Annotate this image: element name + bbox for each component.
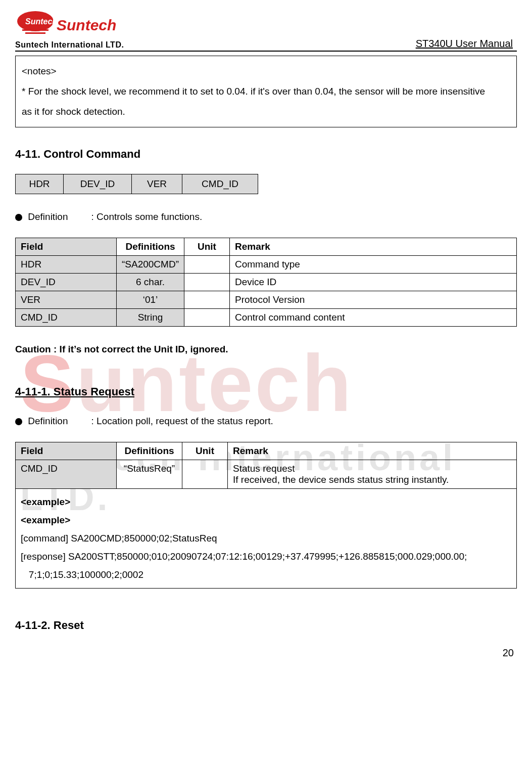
cmd-row-cell: CMD_ID	[182, 174, 258, 194]
th-remark: Remark	[229, 238, 516, 255]
th-field: Field	[16, 238, 117, 255]
fields-table-4111: Field Definitions Unit Remark CMD_ID “St…	[15, 442, 517, 589]
notes-title: <notes>	[22, 61, 510, 81]
table-row: HDR “SA200CMD” Command type	[16, 255, 517, 273]
definition-line: Definition : Location poll, request of t…	[15, 416, 517, 427]
example-command: [command] SA200CMD;850000;02;StatusReq	[21, 529, 511, 548]
remark-line1: Status request	[233, 463, 511, 474]
cmd-row-cell: DEV_ID	[64, 174, 132, 194]
example-tag: <example>	[21, 511, 511, 529]
th-definitions: Definitions	[117, 238, 184, 255]
svg-text:Suntech: Suntech	[57, 17, 116, 33]
th-remark: Remark	[228, 442, 517, 460]
page-number: 20	[15, 647, 517, 659]
definition-text: : Location poll, request of the status r…	[91, 416, 273, 426]
bullet-icon	[15, 418, 22, 425]
section-4-11-1-title: 4-11-1. Status Request	[15, 385, 517, 398]
logo: Suntech Suntech Suntech International LT…	[15, 10, 124, 50]
table-example-row: <example> <example> [command] SA200CMD;8…	[16, 488, 517, 588]
page-header: Suntech Suntech Suntech International LT…	[15, 10, 517, 52]
definition-label: Definition	[28, 211, 88, 222]
remark-line2: If received, the device sends status str…	[233, 474, 511, 485]
table-row: DEV_ID 6 char. Device ID	[16, 273, 517, 291]
notes-line2: as it for shock detection.	[22, 102, 510, 122]
example-tag: <example>	[21, 493, 511, 511]
definition-line: Definition : Controls some functions.	[15, 211, 517, 222]
document-title: ST340U User Manual	[416, 38, 517, 50]
cmd-row-table: HDR DEV_ID VER CMD_ID	[15, 174, 258, 194]
th-field: Field	[16, 442, 117, 460]
caution-text: Caution : If it’s not correct the Unit I…	[15, 344, 517, 355]
definition-text: : Controls some functions.	[91, 211, 203, 222]
table-row: CMD_ID String Control command content	[16, 308, 517, 326]
fields-table-411: Field Definitions Unit Remark HDR “SA200…	[15, 238, 517, 327]
section-4-11-2-title: 4-11-2. Reset	[15, 619, 517, 632]
svg-rect-1	[22, 29, 49, 31]
example-response-line1: [response] SA200STT;850000;010;20090724;…	[21, 548, 511, 566]
notes-box: <notes> * For the shock level, we recomm…	[15, 56, 517, 127]
table-row: VER ‘01’ Protocol Version	[16, 291, 517, 308]
definition-label: Definition	[28, 416, 88, 427]
table-row: CMD_ID “StatusReq” Status request If rec…	[16, 460, 517, 488]
cmd-row-cell: VER	[132, 174, 182, 194]
cmd-row-cell: HDR	[16, 174, 64, 194]
section-4-11-title: 4-11. Control Command	[15, 148, 517, 161]
th-unit: Unit	[184, 238, 229, 255]
notes-line1: * For the shock level, we recommend it t…	[22, 81, 510, 102]
th-definitions: Definitions	[117, 442, 182, 460]
bullet-icon	[15, 214, 22, 221]
th-unit: Unit	[182, 442, 228, 460]
svg-rect-2	[25, 32, 45, 34]
example-response-line2: 7;1;0;15.33;100000;2;0002	[21, 566, 511, 584]
svg-text:Suntech: Suntech	[25, 17, 57, 26]
logo-subtext: Suntech International LTD.	[15, 40, 124, 50]
suntech-logo-icon: Suntech Suntech	[15, 10, 121, 41]
